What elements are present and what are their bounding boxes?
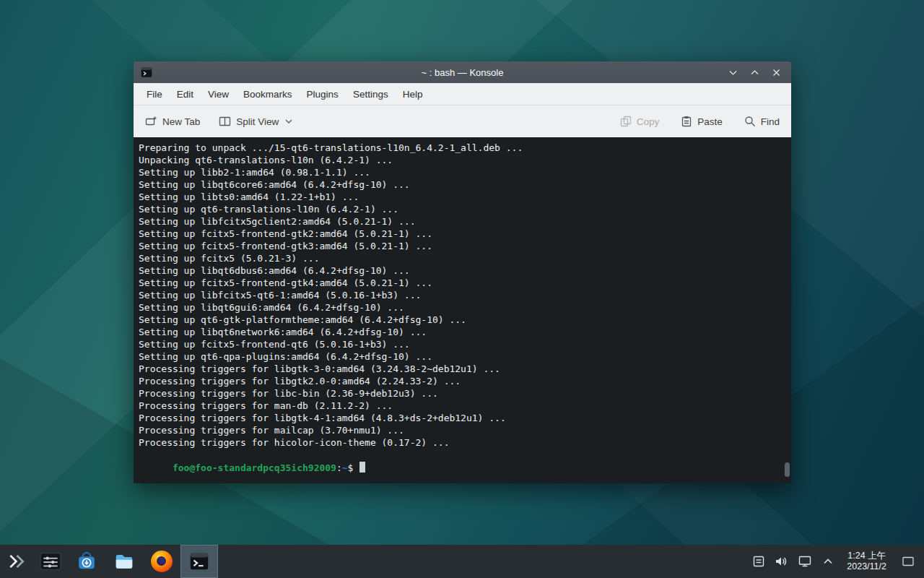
- menu-item[interactable]: Bookmarks: [236, 86, 300, 103]
- clock-time: 1:24 上午: [847, 551, 886, 561]
- find-label: Find: [761, 116, 780, 127]
- minimize-icon[interactable]: [722, 61, 744, 83]
- discover-icon: [76, 551, 97, 572]
- menu-bar: FileEditViewBookmarksPluginsSettingsHelp: [134, 83, 791, 105]
- terminal-cursor: [359, 462, 365, 473]
- window-list-icon: [40, 551, 61, 572]
- menu-item[interactable]: Help: [396, 86, 430, 103]
- show-desktop-button[interactable]: [897, 545, 920, 578]
- menu-item[interactable]: File: [139, 86, 170, 103]
- maximize-icon[interactable]: [744, 61, 765, 83]
- split-view-label: Split View: [236, 116, 279, 127]
- terminal-line: Processing triggers for libgtk-3-0:amd64…: [139, 363, 780, 375]
- terminal-line: Setting up libfcitx5-qt6-1:amd64 (5.0.16…: [139, 289, 780, 301]
- firefox-icon: [151, 551, 173, 572]
- find-button[interactable]: Find: [744, 116, 780, 127]
- scrollbar-handle[interactable]: [785, 462, 790, 477]
- menu-item[interactable]: Edit: [170, 86, 201, 103]
- chevron-up-icon: [822, 558, 834, 565]
- paste-label: Paste: [697, 116, 723, 127]
- notifications-tray-button[interactable]: [749, 547, 769, 576]
- show-desktop-icon: [902, 556, 915, 567]
- split-view-button[interactable]: Split View: [219, 116, 292, 127]
- menu-item[interactable]: Settings: [346, 86, 396, 103]
- terminal-line: Setting up libqt6gui6:amd64 (6.4.2+dfsg-…: [139, 301, 780, 314]
- terminal-area[interactable]: Preparing to unpack .../15-qt6-translati…: [134, 137, 791, 483]
- terminal-line: Setting up libqt6core6:amd64 (6.4.2+dfsg…: [139, 178, 780, 191]
- new-tab-button[interactable]: New Tab: [145, 116, 200, 127]
- clock-date: 2023/11/2: [847, 561, 886, 572]
- prompt-separator: :: [336, 462, 342, 473]
- terminal-line: Setting up libts0:amd64 (1.22-1+b1) ...: [139, 191, 780, 203]
- paste-icon: [681, 116, 692, 127]
- chevron-down-icon: [285, 119, 292, 124]
- terminal-line: Setting up fcitx5-frontend-gtk4:amd64 (5…: [139, 277, 780, 289]
- terminal-line: Setting up libqt6network6:amd64 (6.4.2+d…: [139, 326, 780, 338]
- terminal-output: Preparing to unpack .../15-qt6-translati…: [134, 137, 791, 449]
- terminal-line: Setting up fcitx5 (5.0.21-3) ...: [139, 252, 780, 264]
- terminal-line: Processing triggers for hicolor-icon-the…: [139, 436, 780, 449]
- terminal-line: Preparing to unpack .../15-qt6-translati…: [139, 142, 780, 154]
- menu-item[interactable]: Plugins: [300, 86, 346, 103]
- terminal-line: Setting up qt6-translations-l10n (6.4.2-…: [139, 203, 780, 215]
- taskbar-dolphin-button[interactable]: [105, 545, 143, 578]
- app-launcher-button[interactable]: [0, 545, 33, 578]
- terminal-line: Setting up qt6-qpa-plugins:amd64 (6.4.2+…: [139, 350, 780, 363]
- network-tray-button[interactable]: [795, 547, 815, 576]
- konsole-window-icon: [140, 66, 153, 79]
- window-titlebar[interactable]: ~ : bash — Konsole: [134, 61, 791, 83]
- terminal-scrollbar[interactable]: [784, 139, 790, 482]
- terminal-prompt: foo@foo-standardpcq35ich92009:~$: [134, 449, 791, 462]
- window-title: ~ : bash — Konsole: [134, 67, 791, 78]
- terminal-line: Setting up fcitx5-frontend-gtk3:amd64 (5…: [139, 240, 780, 252]
- terminal-line: Processing triggers for libgtk-4-1:amd64…: [139, 412, 780, 424]
- volume-icon: [775, 555, 789, 568]
- tray-expander-button[interactable]: [818, 547, 838, 576]
- split-view-icon: [219, 116, 231, 127]
- prompt-path: ~: [342, 462, 348, 473]
- terminal-line: Setting up fcitx5-frontend-gtk2:amd64 (5…: [139, 228, 780, 240]
- terminal-line: Processing triggers for libgtk2.0-0:amd6…: [139, 375, 780, 387]
- terminal-line: Setting up libb2-1:amd64 (0.98.1-1.1) ..…: [139, 166, 780, 178]
- launcher-icon: [7, 552, 26, 571]
- system-tray: 1:24 上午 2023/11/2: [749, 545, 924, 578]
- taskbar-konsole-button[interactable]: [180, 545, 218, 578]
- digital-clock[interactable]: 1:24 上午 2023/11/2: [847, 551, 886, 572]
- terminal-line: Setting up libfcitx5gclient2:amd64 (5.0.…: [139, 215, 780, 228]
- terminal-line: Setting up qt6-gtk-platformtheme:amd64 (…: [139, 314, 780, 326]
- menu-item[interactable]: View: [201, 86, 236, 103]
- dolphin-icon: [113, 551, 135, 572]
- copy-icon: [620, 116, 632, 127]
- taskbar-discover-button[interactable]: [68, 545, 105, 578]
- volume-tray-button[interactable]: [772, 547, 792, 576]
- terminal-line: Setting up libqt6dbus6:amd64 (6.4.2+dfsg…: [139, 264, 780, 277]
- close-icon[interactable]: [765, 61, 787, 83]
- notifications-icon: [752, 555, 765, 568]
- konsole-window: ~ : bash — Konsole FileEditViewBookmarks…: [134, 61, 791, 483]
- toolbar: New Tab Split View Copy: [134, 105, 791, 137]
- terminal-line: Setting up fcitx5-frontend-qt6 (5.0.16-1…: [139, 338, 780, 350]
- copy-label: Copy: [637, 116, 660, 127]
- prompt-user-host: foo@foo-standardpcq35ich92009: [173, 462, 336, 473]
- network-icon: [798, 555, 812, 568]
- terminal-line: Unpacking qt6-translations-l10n (6.4.2-1…: [139, 154, 780, 166]
- taskbar: 1:24 上午 2023/11/2: [0, 545, 924, 578]
- new-tab-label: New Tab: [162, 116, 200, 127]
- window-list-button[interactable]: [33, 545, 68, 578]
- new-tab-icon: [145, 116, 157, 127]
- find-icon: [744, 116, 756, 127]
- terminal-line: Processing triggers for man-db (2.11.2-2…: [139, 400, 780, 412]
- copy-button: Copy: [620, 116, 660, 127]
- terminal-line: Processing triggers for mailcap (3.70+nm…: [139, 424, 780, 436]
- konsole-icon: [188, 551, 210, 572]
- paste-button[interactable]: Paste: [681, 116, 723, 127]
- terminal-line: Processing triggers for libc-bin (2.36-9…: [139, 387, 780, 400]
- taskbar-firefox-button[interactable]: [143, 545, 180, 578]
